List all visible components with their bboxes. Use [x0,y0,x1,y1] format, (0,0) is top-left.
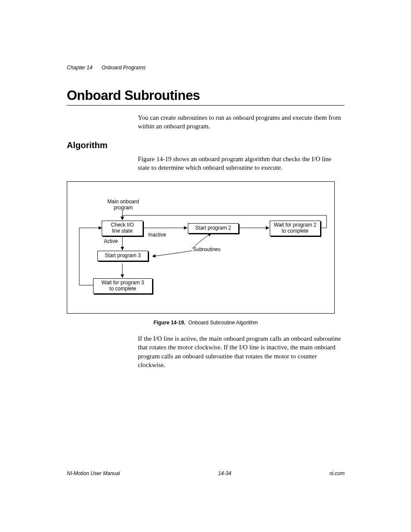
footer-left: NI-Motion User Manual [67,470,120,476]
flowchart-box-start-2: Start program 2 [188,223,239,233]
figure-flowchart: Main onboardprogram Check I/Oline state … [67,181,335,314]
flowchart-box-wait-3: Wait for program 3to complete [93,278,153,294]
intro-paragraph: You can create subroutines to run as onb… [138,113,345,131]
footer-center: 14-34 [218,470,231,476]
flowchart-label-main: Main onboardprogram [104,199,143,211]
chapter-header: Chapter 14 Onboard Programs [67,65,345,71]
figure-caption-text: Onboard Subroutine Algorithm [188,320,258,326]
title-rule [67,105,345,106]
after-figure-paragraph: If the I/O line is active, the main onbo… [138,334,345,369]
chapter-number: Chapter 14 [67,65,92,71]
chapter-title: Onboard Programs [102,65,146,71]
flowchart-box-check-io: Check I/Oline state [102,221,143,236]
figure-caption: Figure 14-19. Onboard Subroutine Algorit… [67,320,345,326]
flowchart-label-subroutines: Subroutines [193,247,221,253]
flowchart-label-inactive: Inactive [148,232,166,238]
algorithm-heading: Algorithm [67,140,345,150]
figure-number: Figure 14-19. [153,320,185,326]
page-footer: NI-Motion User Manual 14-34 ni.com [67,470,345,476]
flowchart-box-wait-2: Wait for program 2to complete [270,221,321,236]
flowchart-label-active: Active [104,239,118,245]
page-title: Onboard Subroutines [67,88,345,103]
footer-right: ni.com [330,470,345,476]
flowchart-box-start-3: Start program 3 [97,251,148,261]
algorithm-intro: Figure 14-19 shows an onboard program al… [138,155,345,172]
